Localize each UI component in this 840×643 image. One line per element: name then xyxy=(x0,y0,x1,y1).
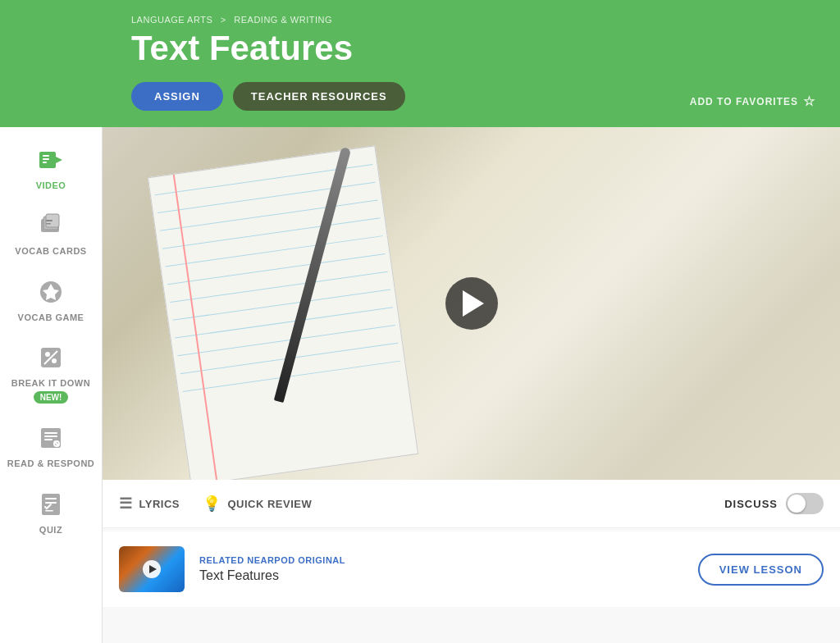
svg-rect-22 xyxy=(45,498,57,499)
sidebar-vocab-game-label: VOCAB GAME xyxy=(18,312,84,323)
main-layout: VIDEO VOCAB CARDS xyxy=(0,127,840,643)
teacher-resources-button[interactable]: TEACHER RESOURCES xyxy=(233,82,405,111)
svg-rect-2 xyxy=(43,155,49,157)
lyrics-label: LYRICS xyxy=(139,498,180,510)
sidebar-quiz-label: QUIZ xyxy=(39,524,62,536)
quick-review-control[interactable]: 💡 QUICK REVIEW xyxy=(203,495,312,513)
lyrics-icon: ☰ xyxy=(119,495,133,513)
quiz-icon xyxy=(34,488,67,521)
sidebar-item-break-it-down[interactable]: BREAK IT DOWN NEW! xyxy=(0,333,102,410)
svg-marker-1 xyxy=(56,157,62,163)
sidebar-item-quiz[interactable]: QUIZ xyxy=(0,480,102,542)
sidebar-item-read-respond[interactable]: READ & RESPOND xyxy=(0,413,102,476)
related-title: Text Features xyxy=(199,568,683,583)
new-badge: NEW! xyxy=(34,391,69,404)
vocab-game-icon xyxy=(34,276,67,308)
related-info: RELATED NEARPOD ORIGINAL Text Features xyxy=(199,555,683,583)
breadcrumb-separator: > xyxy=(221,15,226,25)
sidebar: VIDEO VOCAB CARDS xyxy=(0,127,103,643)
breadcrumb: LANGUAGE ARTS > READING & WRITING xyxy=(131,15,815,25)
vocab-cards-icon xyxy=(34,209,67,242)
sidebar-item-vocab-game[interactable]: VOCAB GAME xyxy=(0,267,102,330)
video-icon xyxy=(34,144,67,176)
svg-rect-17 xyxy=(44,432,57,434)
svg-point-14 xyxy=(52,358,57,363)
svg-rect-3 xyxy=(43,158,49,160)
related-tag: RELATED NEARPOD ORIGINAL xyxy=(199,555,683,565)
discuss-toggle[interactable] xyxy=(786,493,824,514)
lyrics-control[interactable]: ☰ LYRICS xyxy=(119,495,180,513)
play-triangle-icon xyxy=(463,290,484,317)
read-respond-icon xyxy=(34,422,67,454)
quick-review-label: QUICK REVIEW xyxy=(227,498,312,510)
play-button[interactable] xyxy=(445,277,498,330)
svg-rect-8 xyxy=(46,220,52,221)
quick-review-icon: 💡 xyxy=(203,495,221,513)
video-background xyxy=(103,127,840,480)
add-favorites-label: ADD TO FAVORITES xyxy=(690,96,798,107)
svg-point-13 xyxy=(45,352,50,357)
page-title: Text Features xyxy=(131,30,815,67)
discuss-label: DISCUSS xyxy=(724,498,778,510)
notebook-decoration xyxy=(148,146,418,481)
sidebar-break-it-down-label: BREAK IT DOWN xyxy=(11,377,90,389)
video-player[interactable] xyxy=(103,127,840,480)
related-play-icon xyxy=(143,560,161,578)
svg-rect-18 xyxy=(44,436,57,437)
sidebar-vocab-cards-label: VOCAB CARDS xyxy=(15,245,86,257)
toggle-knob xyxy=(788,495,806,513)
content-area: ☰ LYRICS 💡 QUICK REVIEW DISCUSS xyxy=(103,127,840,643)
breadcrumb-part2: READING & WRITING xyxy=(234,15,332,25)
svg-rect-4 xyxy=(43,162,47,163)
add-to-favorites-button[interactable]: ADD TO FAVORITES ☆ xyxy=(690,93,815,109)
svg-rect-23 xyxy=(45,502,57,504)
view-lesson-button[interactable]: VIEW LESSON xyxy=(698,554,824,586)
video-controls-bar: ☰ LYRICS 💡 QUICK REVIEW DISCUSS xyxy=(103,480,840,528)
svg-rect-19 xyxy=(44,439,52,440)
svg-rect-9 xyxy=(46,223,51,225)
sidebar-video-label: VIDEO xyxy=(36,180,66,191)
discuss-section: DISCUSS xyxy=(724,493,824,514)
breadcrumb-part1: LANGUAGE ARTS xyxy=(131,15,212,25)
assign-button[interactable]: ASSIGN xyxy=(131,82,223,111)
sidebar-item-vocab-cards[interactable]: VOCAB CARDS xyxy=(0,201,102,263)
svg-rect-24 xyxy=(45,510,53,512)
break-it-down-icon xyxy=(34,341,67,374)
related-thumbnail xyxy=(119,546,185,592)
header: LANGUAGE ARTS > READING & WRITING Text F… xyxy=(0,0,840,127)
sidebar-item-video[interactable]: VIDEO xyxy=(0,135,102,198)
video-section: ☰ LYRICS 💡 QUICK REVIEW DISCUSS xyxy=(103,127,840,528)
star-icon: ☆ xyxy=(803,93,815,109)
related-section: RELATED NEARPOD ORIGINAL Text Features V… xyxy=(103,531,840,607)
sidebar-read-respond-label: READ & RESPOND xyxy=(7,458,95,469)
